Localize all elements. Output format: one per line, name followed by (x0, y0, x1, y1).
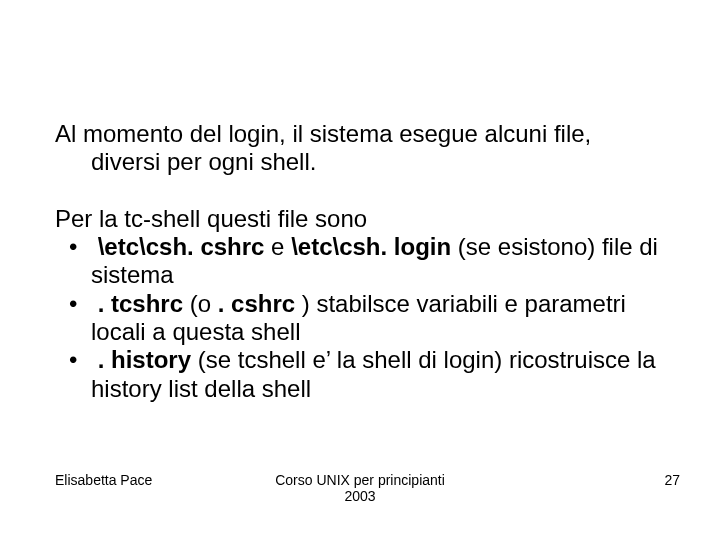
footer-course-line2: 2003 (0, 488, 720, 504)
footer-course-line1: Corso UNIX per principianti (0, 472, 720, 488)
bullet-text-bold: . tcshrc (98, 290, 183, 317)
paragraph-intro-text: Al momento del login, il sistema esegue … (55, 120, 665, 177)
list-item: . tcshrc (o . cshrc ) stabilsce variabil… (55, 290, 665, 347)
footer-course: Corso UNIX per principianti 2003 (0, 472, 720, 504)
bullet-text-bold: \etc\csh. cshrc (98, 233, 265, 260)
footer: Elisabetta Pace Corso UNIX per principia… (0, 472, 720, 512)
paragraph-list-intro: Per la tc-shell questi file sono (55, 205, 665, 233)
bullet-text-mid: e (264, 233, 291, 260)
bullet-text-bold: . cshrc (218, 290, 295, 317)
bullet-text-mid: (o (183, 290, 218, 317)
list-item: . history (se tcshell e’ la shell di log… (55, 346, 665, 403)
paragraph-intro: Al momento del login, il sistema esegue … (55, 120, 665, 177)
bullet-text-bold: \etc\csh. login (291, 233, 451, 260)
bullet-list: \etc\csh. cshrc e \etc\csh. login (se es… (55, 233, 665, 403)
list-item: \etc\csh. cshrc e \etc\csh. login (se es… (55, 233, 665, 290)
bullet-text-bold: . history (98, 346, 191, 373)
slide: Al momento del login, il sistema esegue … (0, 0, 720, 540)
footer-page-number: 27 (664, 472, 680, 488)
